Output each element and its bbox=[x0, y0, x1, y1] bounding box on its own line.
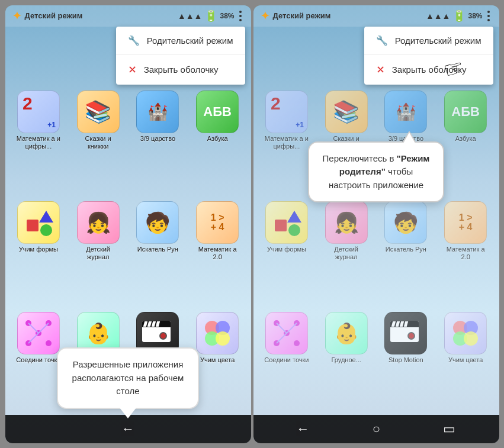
bubble-text-1: Разрешенные приложения располагаются на … bbox=[72, 359, 184, 396]
app-icon-journal-1: 👧 bbox=[77, 201, 120, 244]
dropdown-item-close-2[interactable]: ✕ Закрыть оболочку bbox=[364, 55, 493, 85]
app-item-abc-1[interactable]: АБВ Азбука bbox=[190, 91, 245, 196]
math-num: 2 bbox=[23, 94, 33, 114]
svg-line-8 bbox=[28, 323, 38, 333]
dropdown-item-close-1[interactable]: ✕ Закрыть оболочку bbox=[116, 55, 245, 85]
bubble-arrow-inner bbox=[403, 133, 415, 143]
app-item-seeker-2[interactable]: 🧒 Искатель Рун bbox=[378, 201, 434, 307]
bubble-prefix-2: Переключитесь в bbox=[323, 153, 397, 163]
dropdown-label-parent-1: Родительский режим bbox=[147, 36, 233, 46]
app-item-shapes-1[interactable]: Учим формы bbox=[11, 201, 66, 307]
app-item-shapes-2[interactable]: Учим формы bbox=[259, 201, 314, 307]
dropdown-item-parent-2[interactable]: 🔧 Родительский режим bbox=[364, 27, 493, 55]
app-label-colors-2: Учим цвета bbox=[448, 356, 483, 364]
math-plus: +1 bbox=[47, 121, 56, 129]
connect-svg bbox=[23, 317, 54, 349]
app-label-math-2: Математик а и цифры... bbox=[264, 135, 309, 150]
app-title-1: Детский режим bbox=[25, 11, 83, 20]
kingdom-emoji: 🏰 bbox=[147, 102, 168, 121]
bottom-nav-2: ← ○ ▭ bbox=[253, 415, 499, 443]
math2-bottom: + 4 bbox=[211, 223, 224, 232]
app-item-breast-2[interactable]: 👶 Грудное... bbox=[319, 312, 374, 410]
battery-bar-2: 🔋 bbox=[452, 9, 466, 22]
nav-back-1[interactable]: ← bbox=[121, 421, 134, 437]
app-item-kingdom-1[interactable]: 🏰 3/9 царство bbox=[130, 91, 185, 196]
app-label-tales-1: Сказки и книжки bbox=[76, 135, 121, 150]
app-label-breast-2: Грудное... bbox=[331, 356, 361, 364]
clapper-body bbox=[142, 321, 171, 342]
app-item-connect-2[interactable]: Соедини точки bbox=[259, 312, 314, 410]
svg-marker-1 bbox=[39, 211, 53, 223]
svg-point-17 bbox=[288, 224, 300, 236]
svg-point-21 bbox=[294, 340, 300, 346]
camera-lens bbox=[159, 332, 167, 340]
svg-point-14 bbox=[216, 331, 230, 346]
dropdown-menu-2: 🔧 Родительский режим ✕ Закрыть оболочку bbox=[364, 27, 493, 85]
app-icon-math-2: 2 +1 bbox=[265, 91, 308, 133]
app-label-journal-1: Детский журнал bbox=[76, 246, 121, 261]
app-icon-math2-1: 1 > + 4 bbox=[196, 201, 239, 244]
app-item-stopmotion-2[interactable]: Stop Motion bbox=[378, 312, 434, 410]
svg-line-10 bbox=[28, 333, 38, 343]
status-left-2: ✦ Детский режим bbox=[261, 9, 331, 22]
svg-line-25 bbox=[277, 333, 287, 343]
nav-home-2[interactable]: ○ bbox=[373, 421, 380, 437]
svg-marker-16 bbox=[287, 211, 301, 223]
wifi-icon-1: ▲▲▲ bbox=[178, 11, 203, 21]
app-item-seeker-1[interactable]: 🧒 Искатель Рун bbox=[130, 201, 185, 307]
svg-rect-0 bbox=[27, 220, 38, 231]
bottom-nav-1: ← bbox=[5, 415, 251, 443]
menu-dots-1[interactable] bbox=[237, 9, 244, 22]
app-icon-connect-1 bbox=[17, 312, 60, 354]
svg-line-23 bbox=[277, 323, 287, 333]
svg-point-29 bbox=[464, 331, 478, 346]
dropdown-item-parent-1[interactable]: 🔧 Родительский режим bbox=[116, 27, 245, 55]
close-icon-2: ✕ bbox=[376, 63, 385, 76]
dropdown-menu-1: 🔧 Родительский режим ✕ Закрыть оболочку bbox=[116, 27, 245, 85]
app-item-math-2[interactable]: 2 +1 Математик а и цифры... bbox=[259, 91, 314, 196]
app-label-math-1: Математик а и цифры... bbox=[16, 135, 61, 150]
tales-emoji: 📚 bbox=[85, 99, 111, 124]
journal-emoji: 👧 bbox=[86, 211, 111, 234]
app-icon-abc-1: АБВ bbox=[196, 91, 239, 133]
battery-pct-1: 38% bbox=[220, 12, 234, 20]
app-item-math2-1[interactable]: 1 > + 4 Математик а 2.0 bbox=[190, 201, 245, 307]
app-icon-abc-2: АБВ bbox=[444, 91, 487, 133]
app-item-colors-2[interactable]: Учим цвета bbox=[438, 312, 493, 410]
seeker-emoji: 🧒 bbox=[145, 211, 170, 234]
phone-screen-1: ✦ Детский режим ▲▲▲ 🔋 38% 🔧 Родительский… bbox=[5, 5, 251, 443]
app-label-seeker-2: Искатель Рун bbox=[386, 246, 426, 253]
app-item-abc-2[interactable]: АБВ Азбука bbox=[438, 91, 493, 196]
app-icon-kingdom-1: 🏰 bbox=[136, 91, 179, 133]
app-item-math-1[interactable]: 2 +1 Математик а и цифры... bbox=[11, 91, 66, 196]
battery-pct-2: 38% bbox=[468, 12, 482, 20]
nav-back-2[interactable]: ← bbox=[297, 421, 310, 437]
app-item-math2-2[interactable]: 1 > + 4 Математик а 2.0 bbox=[438, 201, 493, 307]
clapper-top bbox=[142, 321, 171, 327]
app-icon-seeker-1: 🧒 bbox=[136, 201, 179, 244]
nav-recent-2[interactable]: ▭ bbox=[443, 421, 455, 437]
svg-line-24 bbox=[287, 323, 297, 333]
app-icon-shapes-2 bbox=[265, 201, 308, 244]
app-title-2: Детский режим bbox=[273, 11, 331, 20]
app-item-journal-1[interactable]: 👧 Детский журнал bbox=[70, 201, 126, 307]
wifi-icon-2: ▲▲▲ bbox=[426, 11, 451, 21]
speech-bubble-1: Разрешенные приложения располагаются на … bbox=[57, 347, 199, 409]
math2-top: 1 > bbox=[211, 213, 224, 223]
app-grid-2: 2 +1 Математик а и цифры... 📚 Сказки и к… bbox=[253, 86, 499, 415]
breast-emoji: 👶 bbox=[86, 321, 111, 345]
colors-svg bbox=[201, 317, 233, 349]
app-icon-math2-2: 1 > + 4 bbox=[444, 201, 487, 244]
menu-dots-2[interactable] bbox=[485, 9, 492, 22]
app-label-math2-2: Математик а 2.0 bbox=[443, 246, 488, 261]
app-label-journal-2: Детский журнал bbox=[324, 246, 369, 261]
app-label-connect-2: Соедини точки bbox=[264, 356, 309, 364]
svg-rect-15 bbox=[275, 220, 287, 231]
app-item-tales-1[interactable]: 📚 Сказки и книжки bbox=[70, 91, 126, 196]
svg-point-2 bbox=[40, 224, 52, 236]
app-label-kingdom-1: 3/9 царство bbox=[140, 135, 175, 143]
app-item-journal-2[interactable]: 👧 Детский журнал bbox=[319, 201, 374, 307]
app-icon-colors-2 bbox=[444, 312, 487, 354]
battery-bar-1: 🔋 bbox=[204, 9, 217, 22]
app-icon-connect-2 bbox=[265, 312, 308, 354]
